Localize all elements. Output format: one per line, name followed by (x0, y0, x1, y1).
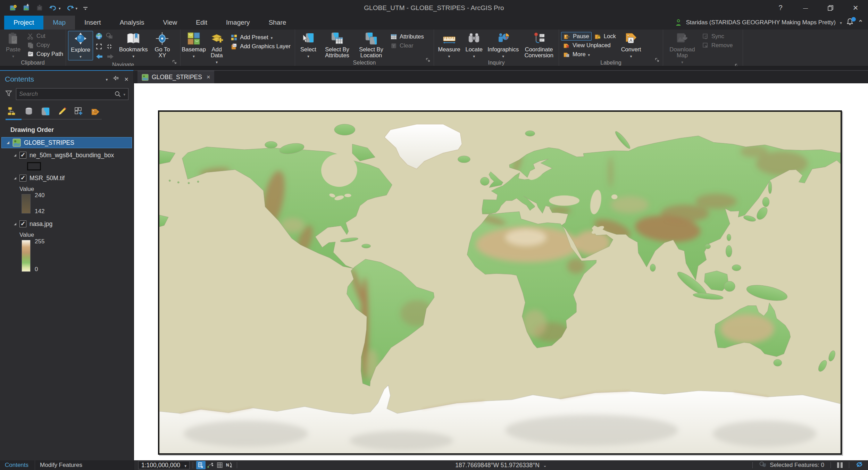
search-input[interactable] (19, 91, 114, 98)
add-graphics-layer-button[interactable]: Add Graphics Layer (228, 42, 293, 51)
attributes-button[interactable]: Attributes (388, 32, 426, 41)
view-tab-globe-stripes[interactable]: GLOBE_STRIPES × (137, 71, 214, 83)
collapse-ribbon-button[interactable] (858, 19, 863, 26)
more-labeling-caret[interactable] (588, 51, 590, 58)
search-icon[interactable] (114, 91, 121, 98)
tab-list-by-data-source[interactable] (22, 105, 35, 118)
tab-list-by-editing[interactable] (56, 105, 69, 118)
map-frame[interactable] (158, 110, 842, 455)
fixed-zoom-in-button[interactable] (95, 43, 103, 52)
search-options-caret[interactable] (123, 91, 125, 98)
add-data-button[interactable]: Add Data (206, 31, 228, 66)
filter-icon[interactable] (5, 90, 12, 99)
undo-button[interactable] (49, 4, 61, 12)
fixed-zoom-out-button[interactable] (106, 43, 113, 52)
measure-button[interactable]: Measure (436, 31, 462, 60)
tab-share[interactable]: Share (259, 16, 296, 30)
full-extent-button[interactable] (95, 32, 103, 42)
layer-visibility-checkbox[interactable] (19, 175, 26, 182)
add-data-dropdown-caret[interactable] (216, 58, 218, 65)
convert-labels-button[interactable]: A Convert (619, 31, 644, 60)
lock-labeling-button[interactable]: Lock (592, 32, 618, 41)
add-preset-caret[interactable] (271, 34, 273, 41)
tab-list-by-drawing-order[interactable] (6, 105, 19, 118)
scale-caret[interactable] (184, 462, 186, 469)
coordinate-conversion-button[interactable]: Coordinate Conversion (521, 31, 557, 59)
scale-dropdown[interactable]: 1:100,000,000 (138, 461, 190, 469)
select-by-location-button[interactable]: Select By Location (355, 31, 387, 59)
pane-menu-caret[interactable] (106, 76, 108, 83)
redo-button[interactable] (66, 4, 78, 12)
pane-close-icon[interactable]: × (124, 75, 128, 83)
minimize-button[interactable] (793, 0, 818, 16)
layer-row-nasa[interactable]: nasa.jpg (0, 218, 133, 229)
open-project-button[interactable] (22, 4, 31, 12)
pause-drawing-button[interactable] (837, 462, 843, 468)
expand-triangle[interactable] (14, 223, 16, 225)
tab-list-by-snapping[interactable] (72, 105, 85, 118)
add-preset-button[interactable]: Add Preset (228, 33, 293, 42)
bookmarks-dropdown-caret[interactable] (132, 52, 134, 59)
save-project-button[interactable] (9, 4, 17, 12)
basemap-dropdown-caret[interactable] (193, 52, 195, 59)
tab-project[interactable]: Project (4, 16, 43, 30)
tab-edit[interactable]: Edit (186, 16, 217, 30)
locate-dropdown-caret[interactable] (473, 52, 475, 59)
select-button[interactable]: Select (297, 31, 319, 60)
expand-triangle[interactable] (14, 154, 16, 157)
tab-view[interactable]: View (153, 16, 186, 30)
measure-dropdown-caret[interactable] (448, 52, 450, 59)
dock-tab-modify-features[interactable]: Modify Features (35, 460, 87, 470)
coordinates-dropdown-caret[interactable]: ⌄ (543, 463, 547, 468)
locate-button[interactable]: Locate (463, 31, 485, 60)
go-to-xy-button[interactable]: Go To XY (151, 31, 174, 59)
expand-triangle[interactable] (7, 141, 9, 144)
copy-path-button[interactable]: Copy Path (25, 50, 65, 58)
tab-map[interactable]: Map (43, 16, 75, 30)
labeling-launcher-button[interactable] (655, 57, 659, 64)
tab-list-by-labeling[interactable] (89, 105, 102, 118)
explore-dropdown-caret[interactable] (80, 53, 82, 60)
bounding-box-symbol[interactable] (27, 162, 41, 170)
select-by-attributes-button[interactable]: Select By Attributes (320, 31, 354, 59)
expand-triangle[interactable] (14, 177, 16, 179)
navigate-launcher-button[interactable] (172, 59, 177, 66)
layer-visibility-checkbox[interactable] (19, 152, 26, 159)
account-dropdown-caret[interactable] (840, 19, 842, 26)
bookmarks-button[interactable]: Bookmarks (117, 31, 150, 60)
tab-analysis[interactable]: Analysis (110, 16, 154, 30)
pause-labeling-button[interactable]: Pause (561, 32, 592, 41)
tab-insert[interactable]: Insert (75, 16, 110, 30)
account-name[interactable]: Staridas (STARIDAS GEOGRAPHY Making Maps… (686, 19, 836, 26)
basemap-button[interactable]: Basemap (183, 31, 205, 60)
view-unplaced-button[interactable]: View Unplaced (561, 41, 618, 50)
refresh-button[interactable] (856, 461, 863, 470)
previous-extent-button[interactable] (95, 53, 103, 62)
tab-list-by-selection[interactable] (39, 105, 52, 118)
select-dropdown-caret[interactable] (307, 52, 309, 59)
north-arrow-button[interactable]: N (224, 461, 234, 469)
close-button[interactable] (843, 0, 868, 16)
dock-tab-contents[interactable]: Contents (0, 460, 33, 470)
redo-dropdown-caret[interactable] (76, 5, 78, 11)
close-view-icon[interactable]: × (205, 74, 210, 81)
notifications-button[interactable] (846, 18, 854, 28)
layer-row-map[interactable]: GLOBE_STRIPES (1, 137, 132, 148)
explore-button[interactable]: Explore (68, 31, 93, 60)
pane-pin-icon[interactable] (113, 75, 119, 83)
customize-qat-button[interactable] (82, 4, 89, 12)
restore-button[interactable] (818, 0, 843, 16)
tab-imagery[interactable]: Imagery (217, 16, 259, 30)
snapping-toggle-button[interactable] (196, 461, 206, 469)
convert-dropdown-caret[interactable] (630, 52, 632, 59)
infographics-button[interactable]: Infographics (486, 31, 520, 60)
grid-button[interactable] (215, 461, 224, 469)
help-button[interactable] (768, 0, 793, 16)
infographics-dropdown-caret[interactable] (502, 52, 504, 59)
map-canvas[interactable] (134, 83, 868, 460)
edit-vertices-button[interactable] (206, 461, 215, 469)
layer-row-msr[interactable]: MSR_50M.tif (0, 173, 133, 184)
undo-dropdown-caret[interactable] (59, 5, 61, 11)
layer-row-bounding-box[interactable]: ne_50m_wgs84_bounding_box (0, 150, 133, 161)
selection-launcher-button[interactable] (426, 57, 430, 64)
